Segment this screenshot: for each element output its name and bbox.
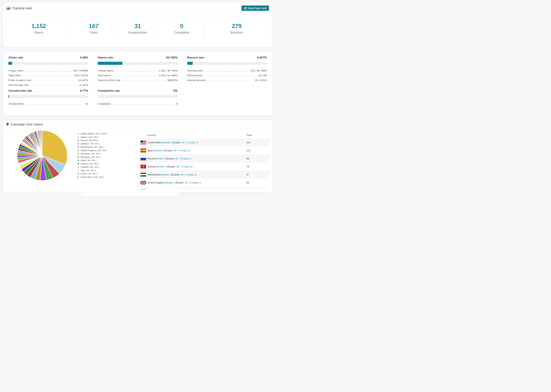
geo-table-container: Country Total United States [Details ›] … bbox=[140, 132, 269, 192]
rate-row-value: 220 / 5.87% bbox=[74, 74, 88, 77]
us-flag-icon bbox=[141, 140, 146, 144]
rate-row-value: 4.147% bbox=[79, 84, 88, 86]
stat-label-bounces: Bounces bbox=[231, 31, 243, 34]
pie-legend: United States ( 541 / 31% )Spain ( 121 /… bbox=[78, 132, 120, 192]
rate-rows: Unique clicks167 / 4.456%Total clicks220… bbox=[8, 67, 88, 86]
country-cell-united-states: United States [Details ›] [Export: All ›… bbox=[147, 138, 247, 147]
rate-row-complaints: Complaints0 bbox=[98, 100, 177, 105]
rate-row-total-clicks: Total clicks220 / 5.87% bbox=[8, 72, 88, 77]
progress-bar-clicks-rate bbox=[8, 62, 88, 65]
stat-value-clicks: 167 bbox=[89, 23, 99, 29]
export-all-link-us[interactable]: All › bbox=[182, 141, 186, 144]
geo-card-header: Campaign Geo Opens bbox=[3, 120, 272, 129]
table-row-us: United States [Details ›] [Export: All ›… bbox=[140, 138, 269, 147]
legend-item-russia: Russia ( 86 / 5% ) bbox=[78, 139, 120, 142]
flag-cell bbox=[140, 170, 147, 179]
details-link-ru[interactable]: Details › bbox=[156, 157, 165, 160]
dotted-leader bbox=[25, 71, 72, 71]
total-column-header: Total bbox=[247, 132, 269, 138]
rate-row-label: Total opens bbox=[98, 74, 111, 77]
rate-value: 6.927% bbox=[257, 56, 267, 59]
legend-label: Italy ( 36 / 2% ) bbox=[81, 169, 95, 172]
progress-bar-bounce-rate bbox=[187, 62, 267, 65]
details-link-us[interactable]: Details › bbox=[163, 141, 172, 144]
table-row-de: Germany [Details ›] [Export: All › / Uni… bbox=[140, 187, 269, 192]
geo-pie-chart bbox=[17, 130, 68, 181]
legend-item-united-states: United States ( 541 / 31% ) bbox=[78, 132, 120, 135]
dotted-leader bbox=[32, 81, 77, 81]
progress-bar-complaints-rate bbox=[98, 95, 177, 98]
legend-swatch-icon bbox=[78, 173, 79, 175]
vn-flag-icon bbox=[141, 165, 146, 168]
rate-row-label: Hard bounces bbox=[187, 69, 203, 72]
stat-value-opens: 1,152 bbox=[31, 23, 46, 29]
legend-swatch-icon bbox=[78, 150, 79, 151]
legend-item-netherlands: Netherlands ( 67 / 4% ) bbox=[78, 145, 120, 149]
legend-item-south-africa: South Africa ( 29 / 2% ) bbox=[78, 175, 120, 179]
rate-title: Bounce rate bbox=[187, 56, 204, 59]
legend-item-italy: Italy ( 36 / 2% ) bbox=[78, 169, 120, 172]
rate-title: Opens rate bbox=[98, 56, 113, 59]
rate-rows: Unsubscribes31 bbox=[8, 100, 88, 105]
export-all-link-vn[interactable]: All › bbox=[176, 165, 180, 168]
stat-value-bounces: 279 bbox=[232, 23, 241, 29]
rate-row-click-through-rate: Click through rate4.147% bbox=[8, 82, 88, 86]
progress-fill bbox=[8, 62, 12, 65]
legend-item-romania: Romania ( 49 / 3% ) bbox=[78, 155, 120, 159]
rate-row-label: Clicks to opens rate bbox=[8, 79, 31, 82]
rate-row-unique-clicks: Unique clicks167 / 4.456% bbox=[8, 67, 88, 72]
rate-rows: Unique opens1,152 / 30.736%Total opens2,… bbox=[98, 67, 177, 82]
details-link-de[interactable]: Details › bbox=[158, 189, 167, 192]
details-link-nl[interactable]: Details › bbox=[162, 173, 170, 176]
rate-row-unsubscribes: Unsubscribes31 bbox=[8, 100, 88, 105]
rate-row-value: 19 / 6.81% bbox=[255, 79, 267, 82]
geo-table-header-row: Country Total bbox=[140, 132, 269, 138]
legend-label: United States ( 541 / 31% ) bbox=[81, 132, 107, 135]
total-cell-de: 55 bbox=[247, 187, 269, 192]
es-flag-icon bbox=[141, 149, 146, 152]
export-unique-link-nl[interactable]: Unique › bbox=[187, 173, 196, 176]
rate-head-bounce-rate: Bounce rate6.927% bbox=[187, 56, 267, 59]
export-all-link-es[interactable]: All › bbox=[174, 149, 178, 152]
legend-swatch-icon bbox=[78, 163, 79, 165]
export-unique-link-gb[interactable]: Unique › bbox=[191, 181, 200, 184]
rate-panel-unsubscribe-rate: Unsubscribe rate0.77%Unsubscribes31 bbox=[8, 89, 88, 105]
rate-row-value: 0 bbox=[176, 102, 177, 105]
export-unique-link-us[interactable]: Unique › bbox=[188, 141, 197, 144]
export-all-link-ru[interactable]: All › bbox=[175, 157, 179, 160]
export-unique-link-vn[interactable]: Unique › bbox=[182, 165, 191, 168]
legend-item-vietnam: Vietnam ( 79 / 5% ) bbox=[78, 142, 120, 146]
table-row-nl: Netherlands [Details ›] [Export: All › /… bbox=[140, 170, 269, 179]
details-link-es[interactable]: Details › bbox=[155, 149, 164, 152]
details-link-vn[interactable]: Details › bbox=[157, 165, 166, 168]
rate-panel-complaints-rate: Complaints rate0%Complaints0 bbox=[98, 89, 177, 105]
legend-label: France ( 42 / 2% ) bbox=[81, 162, 99, 165]
dotted-leader bbox=[203, 76, 257, 76]
total-cell-vn: 79 bbox=[247, 162, 269, 170]
legend-swatch-icon bbox=[78, 146, 79, 148]
rate-title: Unsubscribe rate bbox=[8, 89, 32, 92]
export-all-link-gb[interactable]: All › bbox=[185, 181, 189, 184]
rate-value: 0.77% bbox=[80, 89, 88, 92]
export-unique-link-de[interactable]: Unique › bbox=[184, 189, 193, 192]
dotted-leader bbox=[30, 85, 78, 86]
total-cell-ru: 86 bbox=[247, 154, 269, 162]
stat-label-clicks: Clicks bbox=[90, 31, 98, 34]
total-cell-gb: 59 bbox=[247, 179, 269, 187]
export-all-link-nl[interactable]: All › bbox=[181, 173, 185, 176]
legend-swatch-icon bbox=[78, 153, 79, 154]
geo-opens-card: Campaign Geo Opens United States ( 541 /… bbox=[3, 120, 273, 192]
legend-item-germany: Germany ( 55 / 3% ) bbox=[78, 152, 120, 155]
export-unique-link-es[interactable]: Unique › bbox=[180, 149, 189, 152]
details-link-gb[interactable]: Details › bbox=[166, 181, 174, 184]
export-unique-link-ru[interactable]: Unique › bbox=[181, 157, 190, 160]
dotted-leader bbox=[115, 71, 158, 71]
export-basic-stats-button[interactable]: Export basic stats bbox=[241, 6, 269, 11]
rates-card: Clicks rate4.46%Unique clicks167 / 4.456… bbox=[3, 51, 273, 116]
progress-bar-opens-rate bbox=[98, 62, 177, 65]
dotted-leader bbox=[25, 104, 84, 105]
legend-swatch-icon bbox=[78, 143, 79, 145]
rate-head-clicks-rate: Clicks rate4.46% bbox=[8, 56, 88, 59]
legend-swatch-icon bbox=[78, 136, 79, 138]
export-all-link-de[interactable]: All › bbox=[177, 189, 182, 192]
